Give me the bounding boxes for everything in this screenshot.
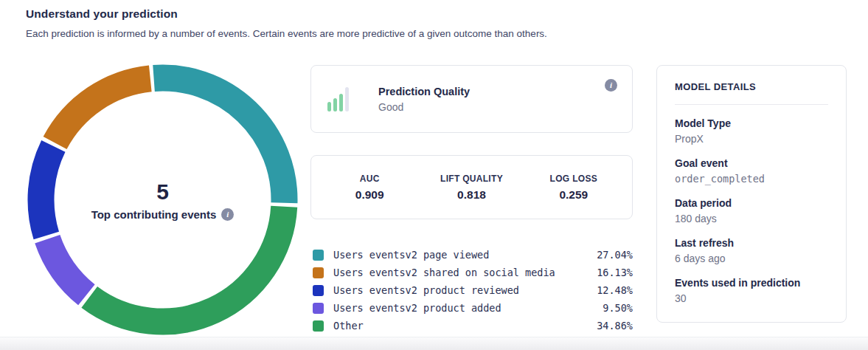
- detail-label: Last refresh: [675, 237, 828, 249]
- info-icon[interactable]: i: [221, 208, 234, 221]
- understand-prediction-section: Understand your prediction Each predicti…: [0, 0, 868, 350]
- info-icon[interactable]: i: [605, 79, 617, 92]
- signal-bars-icon: [327, 86, 349, 111]
- metric-label: LOG LOSS: [523, 174, 625, 184]
- legend-label: Users eventsv2 product added: [333, 302, 501, 314]
- metric-lift-quality: LIFT QUALITY 0.818: [420, 174, 522, 202]
- chart-legend: Users eventsv2 page viewed 27.04% Users …: [310, 246, 633, 334]
- legend-item: Users eventsv2 shared on social media 16…: [313, 264, 633, 281]
- page-subtitle: Each prediction is informed by a number …: [26, 28, 547, 39]
- prediction-quality-value: Good: [378, 101, 470, 113]
- donut-chart-svg: [27, 64, 299, 336]
- legend-percent: 34.86%: [597, 320, 633, 332]
- detail-value: order_completed: [675, 173, 828, 185]
- detail-field-data-period: Data period 180 days: [675, 197, 828, 224]
- donut-segment: [47, 239, 86, 295]
- legend-swatch: [313, 285, 324, 296]
- legend-swatch: [313, 303, 324, 314]
- detail-label: Events used in prediction: [675, 277, 828, 289]
- detail-field-model-type: Model Type PropX: [675, 117, 828, 145]
- detail-field-events-used: Events used in prediction 30: [675, 277, 828, 304]
- detail-value: 180 days: [675, 213, 828, 224]
- legend-swatch: [313, 320, 324, 332]
- legend-item: Users eventsv2 page viewed 27.04%: [313, 246, 633, 264]
- legend-percent: 16.13%: [597, 267, 633, 278]
- legend-label: Users eventsv2 page viewed: [333, 249, 489, 261]
- metric-value: 0.259: [523, 188, 625, 202]
- detail-value: 6 days ago: [675, 253, 828, 264]
- metric-label: LIFT QUALITY: [420, 174, 522, 184]
- detail-field-last-refresh: Last refresh 6 days ago: [675, 237, 828, 264]
- donut-segment: [41, 146, 53, 236]
- legend-label: Users eventsv2 product reviewed: [333, 284, 519, 296]
- donut-segment: [154, 78, 285, 203]
- legend-percent: 12.48%: [597, 284, 633, 296]
- metric-auc: AUC 0.909: [319, 174, 420, 202]
- legend-item: Other 34.86%: [313, 317, 633, 334]
- detail-label: Model Type: [675, 117, 828, 129]
- page-title: Understand your prediction: [26, 7, 547, 21]
- summary-column: Prediction Quality Good i AUC 0.909 LIFT…: [310, 65, 633, 334]
- donut-segment: [89, 207, 284, 322]
- legend-label: Other: [333, 320, 364, 332]
- metrics-card: AUC 0.909 LIFT QUALITY 0.818 LOG LOSS 0.…: [310, 155, 633, 219]
- legend-label: Users eventsv2 shared on social media: [333, 267, 555, 278]
- prediction-quality-title: Prediction Quality: [378, 86, 470, 97]
- metric-label: AUC: [319, 174, 420, 184]
- prediction-quality-card: Prediction Quality Good i: [310, 65, 633, 133]
- detail-label: Data period: [675, 197, 828, 209]
- legend-item: Users eventsv2 product reviewed 12.48%: [313, 281, 633, 299]
- legend-swatch: [313, 267, 324, 278]
- model-details-header: MODEL DETAILS: [675, 66, 828, 105]
- prediction-quality-text: Prediction Quality Good: [378, 86, 470, 113]
- detail-value: PropX: [675, 133, 828, 145]
- legend-swatch: [313, 250, 324, 261]
- detail-label: Goal event: [675, 157, 828, 169]
- detail-field-goal-event: Goal event order_completed: [675, 157, 828, 185]
- model-details-card: MODEL DETAILS Model Type PropX Goal even…: [656, 65, 847, 323]
- metric-log-loss: LOG LOSS 0.259: [523, 174, 625, 202]
- donut-chart: 5 Top contributing events i: [27, 64, 299, 336]
- metric-value: 0.818: [420, 188, 522, 202]
- legend-percent: 9.50%: [603, 302, 633, 314]
- donut-segment: [55, 78, 150, 143]
- legend-percent: 27.04%: [597, 249, 633, 261]
- section-header: Understand your prediction Each predicti…: [26, 7, 547, 39]
- detail-value: 30: [675, 292, 828, 304]
- bottom-divider: [0, 337, 868, 350]
- legend-item: Users eventsv2 product added 9.50%: [313, 299, 633, 317]
- metric-value: 0.909: [319, 188, 420, 202]
